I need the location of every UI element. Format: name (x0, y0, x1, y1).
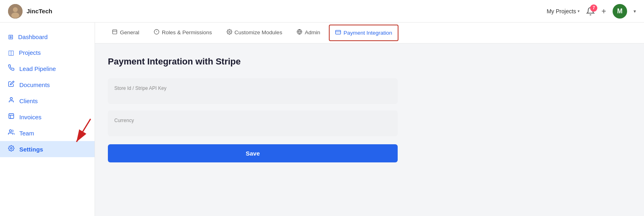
currency-field: Currency (108, 110, 398, 136)
team-icon (8, 129, 14, 137)
stripe-api-key-input[interactable] (114, 93, 391, 100)
tab-roles-label: Roles & Permissions (162, 29, 212, 35)
user-chevron-icon[interactable]: ▾ (634, 8, 636, 14)
svg-point-7 (9, 130, 11, 132)
invoices-icon (8, 113, 14, 121)
tab-general[interactable]: General (105, 23, 147, 42)
svg-point-2 (11, 12, 19, 18)
sidebar-label-projects: Projects (19, 49, 41, 56)
dashboard-icon: ⊞ (8, 33, 13, 41)
notification-badge: 7 (590, 4, 597, 12)
sidebar-item-clients[interactable]: Clients (0, 93, 95, 109)
main-layout: ⊞ Dashboard ◫ Projects Lead Pipeline Doc… (0, 23, 644, 216)
sidebar-item-invoices[interactable]: Invoices (0, 109, 95, 125)
tab-roles-permissions[interactable]: Roles & Permissions (147, 23, 219, 42)
my-projects-button[interactable]: My Projects ▾ (547, 8, 580, 15)
stripe-api-key-field: Store Id / Stripe API Key (108, 78, 398, 104)
projects-icon: ◫ (8, 49, 14, 56)
svg-point-16 (229, 31, 230, 33)
svg-point-1 (13, 7, 18, 12)
sidebar-item-team[interactable]: Team (0, 125, 95, 141)
tab-payment-label: Payment Integration (343, 30, 392, 36)
sidebar-item-settings[interactable]: Settings (0, 141, 95, 157)
page-title: Payment Integration with Stripe (108, 56, 444, 67)
svg-rect-11 (113, 30, 117, 34)
svg-rect-19 (336, 30, 341, 34)
sidebar-label-clients: Clients (19, 98, 38, 104)
chevron-down-icon: ▾ (578, 9, 580, 13)
sidebar-item-dashboard[interactable]: ⊞ Dashboard (0, 29, 95, 45)
sidebar: ⊞ Dashboard ◫ Projects Lead Pipeline Doc… (0, 23, 95, 216)
tab-payment-integration[interactable]: Payment Integration (329, 25, 398, 41)
brand-avatar (8, 4, 23, 19)
currency-input[interactable] (114, 125, 391, 132)
stripe-api-key-label: Store Id / Stripe API Key (114, 85, 391, 91)
sidebar-label-team: Team (19, 130, 34, 137)
sidebar-item-lead-pipeline[interactable]: Lead Pipeline (0, 60, 95, 77)
sidebar-item-projects[interactable]: ◫ Projects (0, 45, 95, 60)
sidebar-label-documents: Documents (19, 81, 50, 88)
admin-tab-icon (297, 29, 302, 36)
notification-button[interactable]: 7 (586, 7, 595, 16)
lead-pipeline-icon (8, 64, 14, 73)
tab-customize-modules[interactable]: Customize Modules (219, 23, 290, 42)
page-content: Payment Integration with Stripe Store Id… (95, 44, 457, 172)
tab-customize-label: Customize Modules (235, 29, 283, 35)
my-projects-label: My Projects (547, 8, 576, 15)
user-avatar[interactable]: M (613, 4, 627, 19)
top-nav: JincTech My Projects ▾ 7 + M ▾ (0, 0, 644, 23)
roles-tab-icon (154, 29, 159, 36)
tab-admin[interactable]: Admin (289, 23, 327, 42)
tab-bar: General Roles & Permissions (95, 23, 644, 44)
settings-icon (8, 145, 14, 153)
content-area: General Roles & Permissions (95, 23, 644, 216)
clients-icon (8, 97, 14, 105)
general-tab-icon (112, 29, 118, 36)
save-button[interactable]: Save (108, 144, 398, 162)
tab-admin-label: Admin (305, 29, 320, 35)
sidebar-item-documents[interactable]: Documents (0, 77, 95, 93)
top-nav-right: My Projects ▾ 7 + M ▾ (547, 4, 636, 19)
documents-icon (8, 81, 14, 89)
brand-section: JincTech (8, 4, 52, 19)
payment-tab-icon (335, 29, 341, 36)
sidebar-label-dashboard: Dashboard (18, 33, 47, 40)
sidebar-label-invoices: Invoices (19, 114, 41, 120)
add-button[interactable]: + (601, 7, 606, 15)
tab-general-label: General (120, 29, 139, 35)
sidebar-label-settings: Settings (19, 146, 43, 153)
brand-name: JincTech (27, 8, 52, 15)
svg-point-3 (10, 98, 12, 100)
arrow-container: Settings (0, 141, 95, 157)
svg-point-10 (10, 147, 12, 149)
svg-rect-4 (9, 114, 14, 118)
customize-tab-icon (227, 29, 232, 36)
currency-label: Currency (114, 118, 391, 123)
sidebar-label-lead-pipeline: Lead Pipeline (19, 65, 56, 72)
